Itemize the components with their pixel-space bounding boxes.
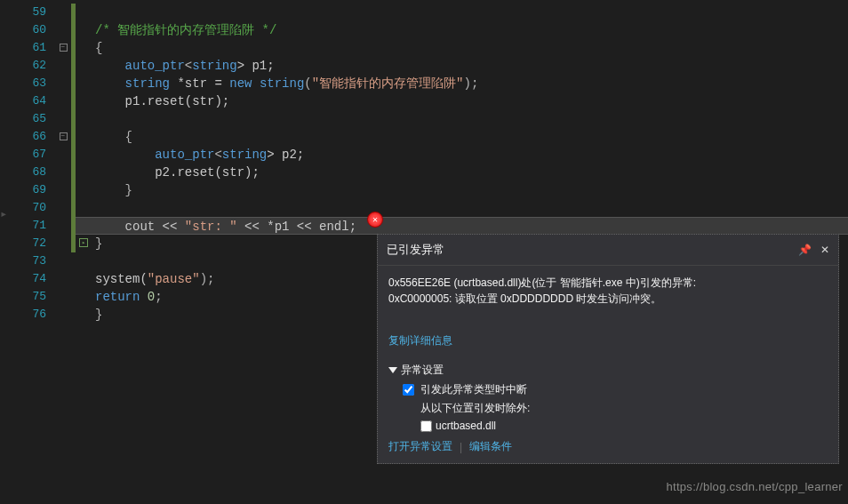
- popup-body: 0x556EE26E (ucrtbased.dll)处(位于 智能指针.exe …: [378, 266, 838, 463]
- code-line: [95, 199, 848, 217]
- code-line: [95, 110, 848, 128]
- line-number: 72: [0, 235, 55, 252]
- code-line: [95, 4, 848, 21]
- code-line: string *str = new string("智能指针的内存管理陷阱");: [95, 75, 848, 92]
- code-line: {: [95, 39, 848, 57]
- code-line-current: cout << "str: " << *p1 << endl;: [76, 217, 848, 235]
- line-number: 66: [0, 128, 55, 146]
- watermark: https://blog.csdn.net/cpp_learner: [666, 480, 843, 493]
- chevron-down-icon: [388, 367, 397, 373]
- close-icon[interactable]: ✕: [820, 244, 829, 256]
- line-number: 59: [0, 4, 55, 21]
- exception-message: 0x556EE26E (ucrtbased.dll)处(位于 智能指针.exe …: [388, 275, 828, 307]
- block-end-icon[interactable]: ▸: [79, 238, 88, 247]
- pin-icon[interactable]: 📌: [798, 244, 812, 256]
- except-from-label: 从以下位置引发时除外:: [420, 401, 828, 416]
- exception-error-icon[interactable]: [367, 212, 383, 228]
- fold-gutter: − −: [55, 0, 71, 504]
- line-number: 71: [0, 217, 55, 235]
- line-number: 62: [0, 57, 55, 75]
- except-module-checkbox[interactable]: ucrtbased.dll: [420, 420, 828, 432]
- line-number: 60: [0, 21, 55, 39]
- line-number: 73: [0, 252, 55, 270]
- popup-header: 已引发异常 📌 ✕: [378, 235, 838, 266]
- open-settings-link[interactable]: 打开异常设置: [388, 439, 452, 454]
- code-line: auto_ptr<string> p2;: [95, 146, 848, 164]
- popup-title: 已引发异常: [387, 242, 798, 258]
- fold-collapse-icon[interactable]: −: [60, 44, 68, 52]
- code-line: p1.reset(str);: [95, 92, 848, 110]
- line-number: 69: [0, 181, 55, 199]
- except-module-input[interactable]: [420, 420, 432, 432]
- line-number: 70: [0, 199, 55, 217]
- fold-collapse-icon[interactable]: −: [60, 132, 68, 140]
- line-number: 64: [0, 92, 55, 110]
- line-number: 76: [0, 306, 55, 324]
- edit-conditions-link[interactable]: 编辑条件: [469, 439, 512, 454]
- break-on-throw-checkbox[interactable]: 引发此异常类型时中断: [403, 382, 828, 397]
- copy-details-link[interactable]: 复制详细信息: [388, 333, 452, 348]
- line-number: 63: [0, 75, 55, 92]
- line-number: 65: [0, 110, 55, 128]
- line-number: 67: [0, 146, 55, 164]
- line-number-gutter: 59 60 61 62 63 64 65 66 67 68 69 70 71 7…: [0, 0, 55, 504]
- separator: |: [460, 441, 462, 453]
- line-number: 75: [0, 288, 55, 306]
- code-line: auto_ptr<string> p1;: [95, 57, 848, 75]
- exception-settings-toggle[interactable]: 异常设置: [388, 363, 828, 378]
- line-number: 61: [0, 39, 55, 57]
- gutter-arrow-icon: ▸: [0, 206, 7, 221]
- break-on-throw-input[interactable]: [403, 384, 414, 396]
- exception-popup: 已引发异常 📌 ✕ 0x556EE26E (ucrtbased.dll)处(位于…: [377, 234, 839, 464]
- line-number: 68: [0, 164, 55, 181]
- code-line: p2.reset(str);: [95, 164, 848, 181]
- code-line: }: [95, 181, 848, 199]
- line-number: 74: [0, 270, 55, 288]
- code-line: /* 智能指针的内存管理陷阱 */: [95, 21, 848, 39]
- code-line: {: [95, 128, 848, 146]
